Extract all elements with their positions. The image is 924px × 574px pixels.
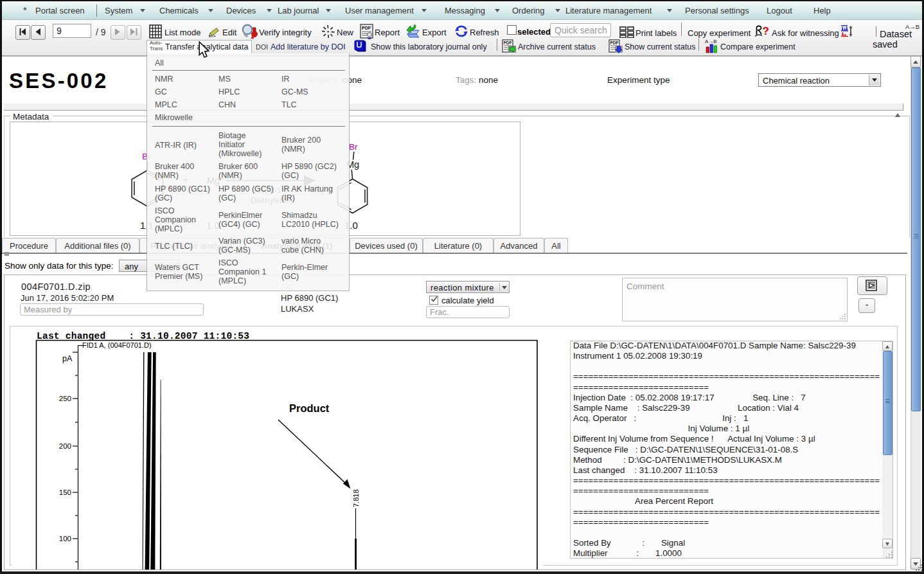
- svg-text:200: 200: [59, 442, 71, 450]
- svg-text:Last changed : 31.10.2007 1: Last changed : 31.10.2007 11:10:53: [37, 331, 249, 341]
- svg-text:FID1 A, (004F0701.D): FID1 A, (004F0701.D): [82, 341, 152, 349]
- svg-text:PDF: PDF: [362, 26, 371, 30]
- svg-text:?: ?: [763, 25, 769, 37]
- svg-text:7.818: 7.818: [352, 489, 360, 507]
- svg-text:100: 100: [59, 535, 71, 543]
- svg-text:Br: Br: [349, 142, 358, 152]
- svg-text:Product: Product: [289, 402, 330, 414]
- svg-text:PDF: PDF: [504, 40, 512, 45]
- svg-text:150: 150: [59, 489, 71, 496]
- svg-text:PDF: PDF: [610, 40, 619, 45]
- svg-text:A→B: A→B: [705, 39, 717, 44]
- svg-text:pA: pA: [62, 354, 73, 363]
- svg-text:250: 250: [59, 395, 71, 402]
